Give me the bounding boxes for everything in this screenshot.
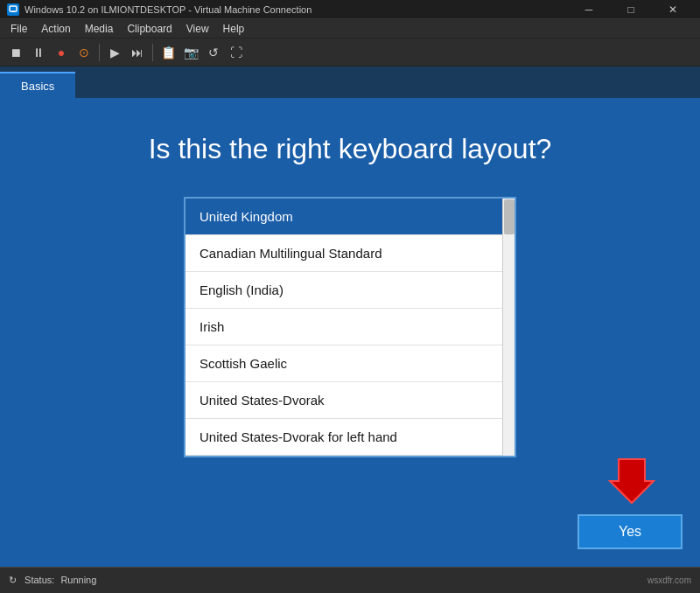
toolbar-play-btn[interactable]: ▶ xyxy=(104,42,125,63)
keyboard-list[interactable]: United KingdomCanadian Multilingual Stan… xyxy=(184,197,516,457)
toolbar-stop-btn[interactable]: ⏹ xyxy=(5,42,26,63)
keyboard-list-wrapper: United KingdomCanadian Multilingual Stan… xyxy=(184,197,516,457)
status-text: ↻ Status: Running xyxy=(9,575,96,586)
svg-marker-2 xyxy=(610,459,654,503)
toolbar-red-btn[interactable]: ● xyxy=(51,42,72,63)
tab-basics[interactable]: Basics xyxy=(0,72,75,98)
vm-icon xyxy=(7,3,19,16)
menu-clipboard[interactable]: Clipboard xyxy=(120,19,178,38)
toolbar-sep-1 xyxy=(99,44,100,61)
yes-button[interactable]: Yes xyxy=(578,514,682,549)
toolbar-orange-btn[interactable]: ⊙ xyxy=(74,42,94,63)
title-bar: Windows 10.2 on ILMIONTDESKTOP - Virtual… xyxy=(0,0,700,19)
menu-view[interactable]: View xyxy=(179,19,216,38)
page-title: Is this the right keyboard layout? xyxy=(149,133,552,165)
restore-button[interactable]: □ xyxy=(611,0,651,19)
list-scrollbar[interactable] xyxy=(502,199,514,456)
status-label: Status: xyxy=(24,575,54,585)
status-value: Running xyxy=(60,575,96,585)
svg-rect-0 xyxy=(10,6,17,11)
scrollbar-thumb xyxy=(504,199,514,234)
title-bar-text: Windows 10.2 on ILMIONTDESKTOP - Virtual… xyxy=(24,4,312,15)
toolbar-sep-2 xyxy=(152,44,153,61)
watermark: wsxdfr.com xyxy=(648,576,691,585)
toolbar-pause-btn[interactable]: ⏸ xyxy=(28,42,49,63)
toolbar-capture-btn[interactable]: 📋 xyxy=(158,42,178,63)
svg-rect-1 xyxy=(11,11,15,12)
close-button[interactable]: ✕ xyxy=(653,0,693,19)
keyboard-list-item[interactable]: United States-Dvorak for left hand xyxy=(186,419,514,456)
keyboard-list-item[interactable]: Canadian Multilingual Standard xyxy=(186,235,514,272)
keyboard-list-item[interactable]: Irish xyxy=(186,309,514,345)
toolbar-refresh-btn[interactable]: ↺ xyxy=(203,42,224,63)
toolbar: ⏹ ⏸ ● ⊙ ▶ ⏭ 📋 📷 ↺ ⛶ xyxy=(0,38,700,66)
keyboard-list-item[interactable]: English (India) xyxy=(186,272,514,309)
toolbar-fullscreen-btn[interactable]: ⛶ xyxy=(226,42,247,63)
tab-bar: Basics xyxy=(0,66,700,98)
status-bar: ↻ Status: Running wsxdfr.com xyxy=(0,567,700,593)
menu-media[interactable]: Media xyxy=(78,19,121,38)
title-bar-controls[interactable]: ─ □ ✕ xyxy=(569,0,693,19)
status-icon: ↻ xyxy=(9,575,17,585)
menu-file[interactable]: File xyxy=(4,19,34,38)
menu-action[interactable]: Action xyxy=(34,19,77,38)
keyboard-list-item[interactable]: United States-Dvorak xyxy=(186,382,514,419)
keyboard-list-item[interactable]: Scottish Gaelic xyxy=(186,345,514,382)
title-bar-left: Windows 10.2 on ILMIONTDESKTOP - Virtual… xyxy=(7,3,312,16)
arrow-indicator xyxy=(606,455,658,514)
vm-content: Is this the right keyboard layout? Unite… xyxy=(0,98,700,567)
minimize-button[interactable]: ─ xyxy=(569,0,609,19)
menu-bar: File Action Media Clipboard View Help xyxy=(0,19,700,38)
toolbar-ff-btn[interactable]: ⏭ xyxy=(127,42,148,63)
toolbar-snapshot-btn[interactable]: 📷 xyxy=(180,42,201,63)
menu-help[interactable]: Help xyxy=(216,19,252,38)
keyboard-list-item[interactable]: United Kingdom xyxy=(186,199,514,235)
